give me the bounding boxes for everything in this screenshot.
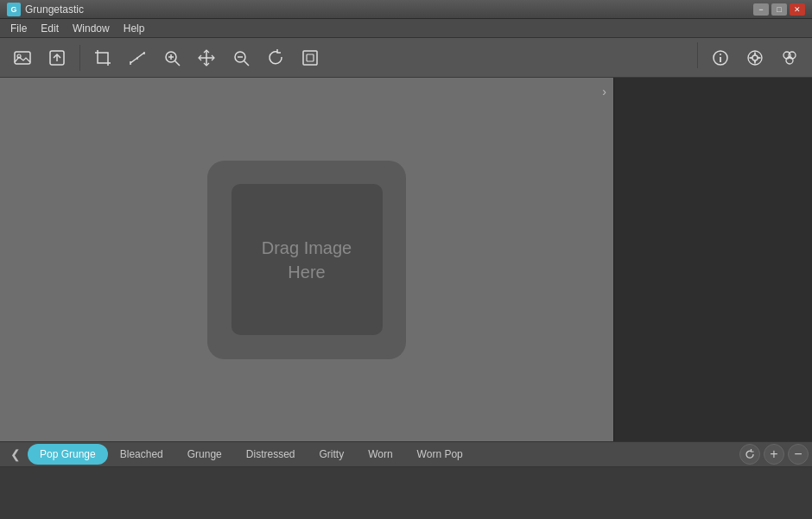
svg-point-21	[720, 54, 721, 55]
minimize-button[interactable]: −	[753, 3, 769, 16]
app-icon: G	[7, 3, 21, 16]
rotate-button[interactable]	[260, 42, 291, 73]
maximize-button[interactable]: □	[771, 3, 787, 16]
menu-window[interactable]: Window	[66, 21, 117, 36]
toolbar-divider-1	[79, 45, 80, 71]
filter-tab-bleached[interactable]: Bleached	[108, 444, 175, 465]
thumbnails-area	[0, 467, 812, 519]
svg-rect-0	[15, 52, 30, 64]
straighten-button[interactable]	[122, 42, 153, 73]
open-image-button[interactable]	[7, 42, 38, 73]
menu-help[interactable]: Help	[117, 21, 152, 36]
panel-toggle-button[interactable]: ›	[602, 85, 606, 98]
svg-line-15	[244, 60, 250, 66]
right-panel	[613, 78, 812, 441]
svg-rect-18	[307, 54, 314, 61]
svg-rect-17	[303, 51, 317, 65]
main-area: › Drag ImageHere	[0, 78, 812, 441]
fit-screen-button[interactable]	[295, 42, 326, 73]
minus-icon: −	[794, 447, 802, 461]
filter-tab-grunge[interactable]: Grunge	[175, 444, 234, 465]
menu-bar: File Edit Window Help	[0, 19, 812, 38]
menu-edit[interactable]: Edit	[34, 21, 66, 36]
share-export-button[interactable]	[41, 42, 73, 73]
canvas-area[interactable]: › Drag ImageHere	[0, 78, 613, 441]
filter-remove-button[interactable]: −	[788, 444, 809, 465]
filter-scroll-left-button[interactable]: ❮	[3, 442, 28, 466]
toolbar	[0, 38, 812, 78]
drop-zone[interactable]: Drag ImageHere	[207, 161, 406, 359]
move-button[interactable]	[191, 42, 222, 73]
zoom-in-button[interactable]	[156, 42, 187, 73]
drop-zone-inner: Drag ImageHere	[232, 184, 383, 335]
svg-point-22	[752, 55, 758, 60]
filter-add-button[interactable]: +	[764, 444, 784, 465]
filter-tab-pop-grunge[interactable]: Pop Grunge	[28, 444, 108, 465]
toolbar-right	[694, 42, 805, 73]
filter-tab-gritty[interactable]: Gritty	[307, 444, 356, 465]
title-bar-text: Grungetastic	[25, 3, 753, 16]
filter-tab-distressed[interactable]: Distressed	[234, 444, 308, 465]
svg-line-9	[175, 60, 181, 66]
filter-tab-worn-pop[interactable]: Worn Pop	[405, 444, 475, 465]
window-controls: − □ ✕	[753, 3, 805, 16]
filter-bar: ❮ Pop Grunge Bleached Grunge Distressed …	[0, 441, 812, 467]
drag-image-text: Drag ImageHere	[262, 236, 352, 284]
toolbar-divider-2	[697, 42, 698, 68]
settings-button[interactable]	[739, 42, 771, 73]
info-button[interactable]	[705, 42, 736, 73]
menu-file[interactable]: File	[3, 21, 34, 36]
filter-tab-worn[interactable]: Worn	[356, 444, 404, 465]
filter-refresh-button[interactable]	[739, 444, 760, 465]
filter-controls: + −	[739, 444, 809, 465]
zoom-out-button[interactable]	[225, 42, 257, 73]
title-bar: G Grungetastic − □ ✕	[0, 0, 812, 19]
add-icon: +	[770, 447, 777, 461]
close-button[interactable]: ✕	[790, 3, 805, 16]
crop-button[interactable]	[87, 42, 118, 73]
effects-button[interactable]	[774, 42, 805, 73]
